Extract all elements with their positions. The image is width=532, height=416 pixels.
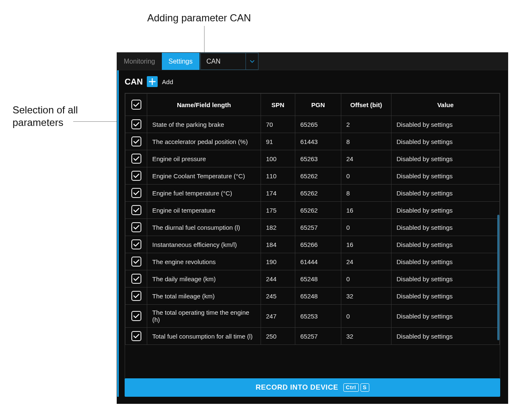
annotation-left-1: Selection of all <box>13 104 78 116</box>
select-all-checkbox[interactable] <box>131 100 141 110</box>
cell-value: Disabled by settings <box>391 288 500 305</box>
record-button-label: RECORD INTO DEVICE <box>256 383 338 392</box>
cell-offset: 8 <box>341 185 391 202</box>
cell-spn: 247 <box>261 305 295 328</box>
cell-value: Disabled by settings <box>391 305 500 328</box>
table-row[interactable]: Engine fuel temperature (°C)174652628Dis… <box>125 185 500 202</box>
row-checkbox[interactable] <box>131 119 141 129</box>
cell-value: Disabled by settings <box>391 253 500 270</box>
table-row[interactable]: Instantaneous efficiency (km/l)184652661… <box>125 236 500 253</box>
cell-pgn: 65263 <box>295 150 341 167</box>
table-row[interactable]: Engine oil pressure1006526324Disabled by… <box>125 150 500 167</box>
cell-offset: 24 <box>341 150 391 167</box>
cell-spn: 184 <box>261 236 295 253</box>
keyboard-shortcut: Ctrl S <box>343 383 369 392</box>
kbd-ctrl: Ctrl <box>343 383 359 392</box>
cell-offset: 16 <box>341 202 391 219</box>
cell-pgn: 61444 <box>295 253 341 270</box>
tab-monitoring[interactable]: Monitoring <box>117 53 162 70</box>
row-checkbox[interactable] <box>131 136 141 146</box>
table-row[interactable]: Total fuel consumption for all time (l)2… <box>125 328 500 345</box>
row-checkbox[interactable] <box>131 291 141 301</box>
cell-pgn: 65257 <box>295 328 341 345</box>
record-into-device-button[interactable]: RECORD INTO DEVICE Ctrl S <box>125 378 500 397</box>
table-row[interactable]: State of the parking brake70652652Disabl… <box>125 116 500 133</box>
table-row[interactable]: The total mileage (km)2456524832Disabled… <box>125 288 500 305</box>
cell-spn: 190 <box>261 253 295 270</box>
row-checkbox[interactable] <box>131 239 141 249</box>
row-checkbox[interactable] <box>131 171 141 181</box>
col-header-value: Value <box>391 94 500 116</box>
settings-category-select[interactable]: CAN <box>200 53 259 70</box>
cell-spn: 175 <box>261 202 295 219</box>
row-checkbox[interactable] <box>131 274 141 284</box>
cell-spn: 250 <box>261 328 295 345</box>
table-row[interactable]: The daily mileage (km)244652480Disabled … <box>125 270 500 288</box>
cell-value: Disabled by settings <box>391 270 500 288</box>
cell-value: Disabled by settings <box>391 116 500 133</box>
cell-name: Engine fuel temperature (°C) <box>147 185 261 202</box>
table-row[interactable]: The total operating time the engine (h)2… <box>125 305 500 328</box>
row-checkbox[interactable] <box>131 205 141 215</box>
cell-value: Disabled by settings <box>391 328 500 345</box>
add-button[interactable] <box>147 76 158 87</box>
cell-name: Instantaneous efficiency (km/l) <box>147 236 261 253</box>
cell-pgn: 65253 <box>295 305 341 328</box>
table-row[interactable]: Engine oil temperature1756526216Disabled… <box>125 202 500 219</box>
select-all-header <box>125 94 147 116</box>
cell-value: Disabled by settings <box>391 236 500 253</box>
row-checkbox[interactable] <box>131 222 141 232</box>
table-header-row: Name/Field length SPN PGN Offset (bit) V… <box>125 94 500 116</box>
tab-bar: Monitoring Settings CAN <box>117 53 508 70</box>
cell-pgn: 61443 <box>295 133 341 150</box>
cell-offset: 0 <box>341 167 391 185</box>
cell-name: The diurnal fuel consumption (l) <box>147 219 261 236</box>
row-checkbox[interactable] <box>131 188 141 198</box>
table-row[interactable]: Engine Coolant Temperature (°C)110652620… <box>125 167 500 185</box>
col-header-spn: SPN <box>261 94 295 116</box>
cell-value: Disabled by settings <box>391 185 500 202</box>
cell-name: The daily mileage (km) <box>147 270 261 288</box>
cell-offset: 0 <box>341 219 391 236</box>
cell-offset: 2 <box>341 116 391 133</box>
app-window: Monitoring Settings CAN CAN Add <box>117 52 508 404</box>
cell-name: The total operating time the engine (h) <box>147 305 261 328</box>
col-header-pgn: PGN <box>295 94 341 116</box>
section-header: CAN Add <box>117 70 508 93</box>
cell-value: Disabled by settings <box>391 133 500 150</box>
row-checkbox[interactable] <box>131 257 141 267</box>
section-title: CAN <box>125 77 143 87</box>
parameters-table: Name/Field length SPN PGN Offset (bit) V… <box>125 93 500 345</box>
cell-name: The total mileage (km) <box>147 288 261 305</box>
cell-offset: 0 <box>341 270 391 288</box>
cell-offset: 32 <box>341 328 391 345</box>
cell-pgn: 65248 <box>295 270 341 288</box>
chevron-down-icon[interactable] <box>246 53 258 70</box>
row-checkbox[interactable] <box>131 154 141 164</box>
row-checkbox[interactable] <box>131 331 141 341</box>
cell-offset: 0 <box>341 305 391 328</box>
cell-pgn: 65262 <box>295 185 341 202</box>
cell-name: Total fuel consumption for all time (l) <box>147 328 261 345</box>
kbd-s: S <box>361 383 369 392</box>
plus-icon <box>149 78 156 85</box>
cell-name: The engine revolutions <box>147 253 261 270</box>
tab-settings[interactable]: Settings <box>162 53 200 70</box>
cell-name: Engine oil pressure <box>147 150 261 167</box>
add-button-label: Add <box>162 78 173 85</box>
cell-spn: 245 <box>261 288 295 305</box>
cell-spn: 91 <box>261 133 295 150</box>
cell-pgn: 65257 <box>295 219 341 236</box>
parameters-table-container: Name/Field length SPN PGN Offset (bit) V… <box>125 93 500 381</box>
cell-value: Disabled by settings <box>391 167 500 185</box>
row-checkbox[interactable] <box>131 311 141 321</box>
scrollbar-thumb[interactable] <box>497 215 499 340</box>
table-row[interactable]: The engine revolutions1906144424Disabled… <box>125 253 500 270</box>
cell-pgn: 65262 <box>295 202 341 219</box>
cell-value: Disabled by settings <box>391 150 500 167</box>
cell-spn: 110 <box>261 167 295 185</box>
table-row[interactable]: The accelerator pedal position (%)916144… <box>125 133 500 150</box>
cell-offset: 16 <box>341 236 391 253</box>
cell-spn: 70 <box>261 116 295 133</box>
table-row[interactable]: The diurnal fuel consumption (l)18265257… <box>125 219 500 236</box>
